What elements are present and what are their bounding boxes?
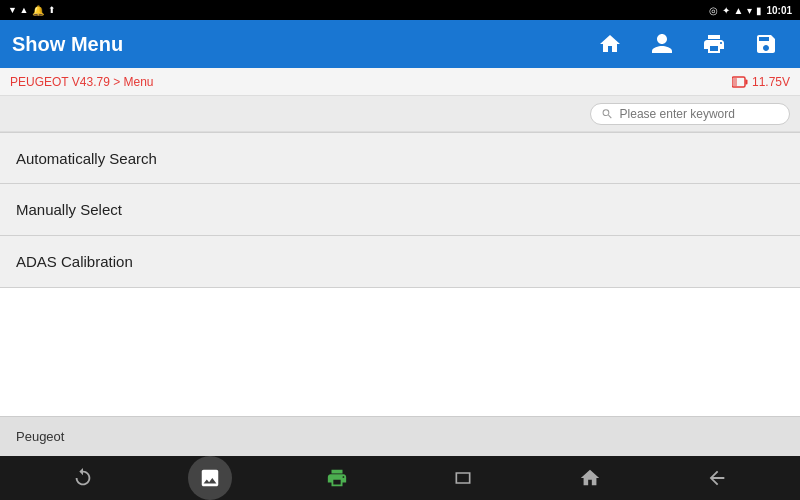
search-bar xyxy=(0,96,800,132)
app-bar-actions xyxy=(588,26,788,62)
menu-item-auto-search-label: Automatically Search xyxy=(16,150,157,167)
menu-item-manually-select-label: Manually Select xyxy=(16,201,122,218)
status-bar-right: ◎ ✦ ▲ ▾ ▮ 10:01 xyxy=(709,5,792,16)
printer-button[interactable] xyxy=(315,456,359,500)
menu-item-manually-select[interactable]: Manually Select xyxy=(0,184,800,236)
refresh-button[interactable] xyxy=(61,456,105,500)
content-area xyxy=(0,288,800,416)
menu-item-adas-calibration[interactable]: ADAS Calibration xyxy=(0,236,800,288)
status-bar-left: ▼ ▲ 🔔 ⬆ xyxy=(8,5,56,16)
search-input-wrapper[interactable] xyxy=(590,103,790,125)
battery-voltage: 11.75V xyxy=(752,75,790,89)
footer-text: Peugeot xyxy=(16,429,64,444)
menu-item-adas-calibration-label: ADAS Calibration xyxy=(16,253,133,270)
sim-icon: ▼ ▲ xyxy=(8,5,28,15)
time-display: 10:01 xyxy=(766,5,792,16)
home-button[interactable] xyxy=(588,26,632,62)
status-bar: ▼ ▲ 🔔 ⬆ ◎ ✦ ▲ ▾ ▮ 10:01 xyxy=(0,0,800,20)
gallery-button[interactable] xyxy=(188,456,232,500)
breadcrumb: PEUGEOT V43.79 > Menu xyxy=(10,75,154,89)
app-bar: Show Menu xyxy=(0,20,800,68)
home-nav-button[interactable] xyxy=(568,456,612,500)
wifi-icon: ▾ xyxy=(747,5,752,16)
volume-icon: 🔔 xyxy=(32,5,44,16)
bottom-nav xyxy=(0,456,800,500)
user-button[interactable] xyxy=(640,26,684,62)
menu-item-auto-search[interactable]: Automatically Search xyxy=(0,132,800,184)
battery-info: 11.75V xyxy=(732,75,790,89)
app-bar-title: Show Menu xyxy=(12,33,123,56)
battery-icon: ▮ xyxy=(756,5,762,16)
bluetooth-icon: ✦ xyxy=(722,5,730,16)
svg-rect-2 xyxy=(733,78,737,86)
footer-label: Peugeot xyxy=(0,416,800,456)
recent-apps-button[interactable] xyxy=(441,456,485,500)
save-button[interactable] xyxy=(744,26,788,62)
signal-icon: ▲ xyxy=(734,5,744,16)
breadcrumb-bar: PEUGEOT V43.79 > Menu 11.75V xyxy=(0,68,800,96)
search-input[interactable] xyxy=(620,107,779,121)
menu-list: Automatically Search Manually Select ADA… xyxy=(0,132,800,288)
usb-icon: ⬆ xyxy=(48,5,56,15)
search-icon xyxy=(601,107,614,121)
svg-rect-1 xyxy=(745,79,747,84)
print-button[interactable] xyxy=(692,26,736,62)
gps-icon: ◎ xyxy=(709,5,718,16)
back-button[interactable] xyxy=(695,456,739,500)
